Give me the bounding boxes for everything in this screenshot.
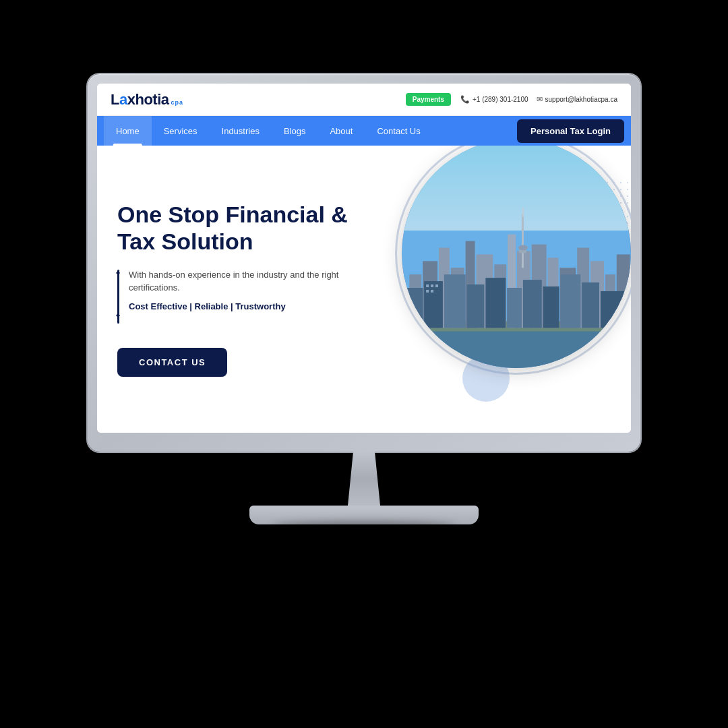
phone-contact: 📞 +1 (289) 301-2100 [460,95,528,104]
nav-items: Home Services Industries Blogs About [104,116,517,146]
top-bar: Laxhotia cpa Payments 📞 +1 (289) 301-210… [97,84,631,116]
svg-rect-29 [444,274,466,328]
top-bar-right: Payments 📞 +1 (289) 301-2100 ✉ support@l… [406,93,617,106]
email-icon: ✉ [537,95,543,104]
svg-rect-23 [424,281,443,328]
logo: Laxhotia cpa [111,91,183,109]
svg-rect-20 [522,208,524,217]
monitor-bezel: Laxhotia cpa Payments 📞 +1 (289) 301-210… [88,74,640,452]
email-address: support@lakhotiacpa.ca [545,96,617,103]
svg-rect-24 [426,284,429,287]
nav-item-industries[interactable]: Industries [210,116,272,146]
nav-bar: Home Services Industries Blogs About [97,116,631,146]
nav-item-services[interactable]: Services [152,116,210,146]
hero-sub-content: With hands-on experience in the industry… [129,268,374,311]
hero-description: With hands-on experience in the industry… [129,268,374,295]
city-circle [402,146,631,368]
svg-rect-0 [402,328,630,369]
svg-rect-30 [467,284,485,328]
svg-rect-32 [507,288,522,328]
hero-divider: With hands-on experience in the industry… [117,268,374,324]
svg-rect-25 [431,284,433,287]
hero-section: One Stop Financial & Tax Solution With h… [97,146,631,433]
svg-rect-28 [431,290,433,293]
divider-line [117,270,119,324]
svg-rect-26 [435,284,438,287]
svg-rect-27 [426,290,429,293]
phone-icon: 📞 [460,95,470,104]
hero-tagline: Cost Effective | Reliable | Trustworthy [129,301,374,311]
email-contact: ✉ support@lakhotiacpa.ca [537,95,617,104]
nav-item-about[interactable]: About [317,116,365,146]
svg-rect-34 [543,286,559,328]
phone-number: +1 (289) 301-2100 [473,96,528,103]
svg-point-21 [518,245,528,251]
personal-tax-login-button[interactable]: Personal Tax Login [517,119,624,143]
svg-rect-31 [485,278,506,328]
svg-rect-36 [582,282,599,328]
svg-rect-22 [402,288,423,328]
hero-contact-button[interactable]: CONTACT US [117,348,227,377]
monitor-neck [337,452,391,506]
city-image [402,146,631,368]
monitor-wrapper: Laxhotia cpa Payments 📞 +1 (289) 301-210… [74,74,654,654]
svg-rect-35 [560,274,580,328]
svg-rect-33 [523,280,542,328]
monitor-base [249,506,479,524]
hero-content: One Stop Financial & Tax Solution With h… [117,202,374,376]
nav-item-home[interactable]: Home [104,116,152,146]
screen: Laxhotia cpa Payments 📞 +1 (289) 301-210… [97,84,631,433]
svg-rect-18 [522,214,524,268]
logo-cpa: cpa [171,99,184,106]
hero-visual [388,146,631,408]
contact-info: 📞 +1 (289) 301-2100 ✉ support@lakhotiacp… [460,95,617,104]
nav-item-contact[interactable]: Contact Us [365,116,432,146]
logo-text: Laxhotia [111,91,169,109]
hero-title: One Stop Financial & Tax Solution [117,202,374,254]
svg-rect-37 [601,291,630,328]
payments-button[interactable]: Payments [406,93,451,106]
nav-item-blogs[interactable]: Blogs [272,116,318,146]
city-skyline-svg [402,208,631,368]
